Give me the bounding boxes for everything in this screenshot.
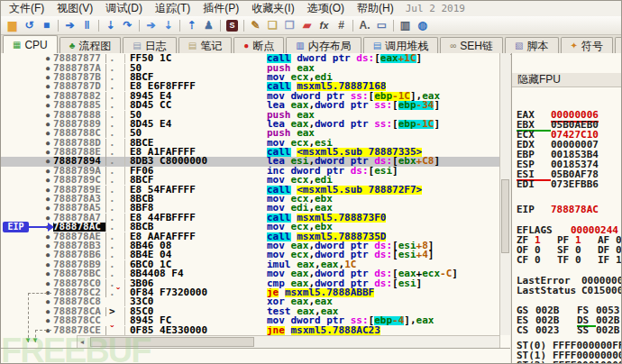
breakpoint-dot[interactable]: ● [42, 148, 53, 157]
instr-token [285, 223, 291, 232]
menu-item-trace[interactable]: 追踪(T) [149, 0, 197, 17]
instr-token: ds: [374, 157, 392, 166]
horizontal-scrollbar[interactable]: ◂ [77, 335, 500, 349]
call-stack-icon: ▤ [373, 41, 381, 50]
breakpoint-dot[interactable]: ● [42, 139, 53, 148]
instruction: mov ecx,ebx [267, 223, 500, 232]
menu-item-options[interactable]: 选项(O) [301, 0, 351, 17]
register-row-eip[interactable]: EIP788878AC [512, 205, 621, 214]
breakpoint-dot[interactable]: ● [42, 82, 53, 91]
st-register-row[interactable]: ST(2)FFFF0001000000 [512, 360, 621, 363]
instr-token [279, 288, 285, 297]
breakpoint-dot[interactable]: ● [42, 195, 53, 204]
pause-icon[interactable]: ‖ [78, 18, 96, 33]
execute-till-return-icon[interactable]: ⇡ [183, 18, 200, 33]
az-text-icon[interactable]: A. [356, 18, 373, 33]
tab-source[interactable]: ◇源代码 [615, 37, 621, 54]
tab-cpu[interactable]: ▦CPU [3, 35, 58, 55]
segment-row[interactable]: CS0023SS002B [512, 325, 621, 335]
stop-icon[interactable]: ■ [38, 18, 55, 33]
tab-graph[interactable]: ♣流程图 [59, 37, 122, 54]
flags-row[interactable]: CF0TF0IF1 [512, 255, 621, 265]
tab-symbols[interactable]: ✦符号 [561, 37, 613, 54]
register-row-edi[interactable]: EDI073EFBB6 [512, 179, 621, 189]
instruction: call msxml5.78887168 [267, 82, 500, 91]
patch-icon[interactable]: ✎ [247, 18, 264, 33]
last-status-row[interactable]: LastStatusC0150008 [512, 286, 621, 296]
toolbar: ▆↺■➔‖⇣↷➔⇣⇡♟S✎❏❒▰fx#A.▭▥◍ [1, 16, 621, 35]
breakpoint-dot[interactable]: ● [42, 120, 53, 129]
hash-icon[interactable]: # [333, 18, 350, 33]
breakpoint-dot[interactable]: ● [42, 316, 53, 325]
instr-token: eax [321, 260, 339, 269]
horizontal-scrollbar-thumb[interactable] [90, 337, 254, 347]
breakpoint-dot[interactable]: ● [42, 186, 53, 195]
hide-fpu-button[interactable]: 隐藏FPU [512, 73, 621, 87]
tab-log[interactable]: ▤日志 [123, 37, 176, 54]
breakpoint-dot[interactable]: ● [42, 232, 53, 241]
breakpoint-dot[interactable]: ● [42, 269, 53, 278]
breakpoint-dot[interactable]: ● [42, 64, 53, 73]
breakpoint-dot[interactable]: ● [42, 260, 53, 269]
internet-icon[interactable]: ◍ [414, 18, 431, 33]
menu-item-view[interactable]: 视图(V) [50, 0, 99, 17]
clear-icon[interactable]: ▰ [298, 18, 316, 33]
jump-line [28, 293, 29, 342]
breakpoint-dot[interactable]: ● [42, 279, 53, 288]
vertical-scrollbar[interactable] [499, 53, 510, 335]
breakpoint-dot[interactable]: ● [42, 92, 53, 101]
breakpoint-dot[interactable]: ● [42, 204, 53, 213]
tab-label: 符号 [581, 39, 603, 54]
modules-icon[interactable]: ▥ [397, 18, 414, 33]
breakpoint-dot[interactable]: ● [42, 157, 53, 166]
breakpoint-dot[interactable]: ● [42, 167, 53, 176]
breakpoint-dot[interactable]: ● [42, 307, 53, 316]
s-badge-icon[interactable]: S [224, 18, 241, 33]
comments-icon[interactable]: ❏ [264, 18, 281, 33]
tab-notes[interactable]: ▤笔记 [178, 37, 232, 54]
jump-line [35, 330, 51, 331]
breakpoint-dot[interactable]: ● [42, 129, 53, 138]
disassembly-panel[interactable]: ●78887877.FF50 1Ccall dword ptr ds:[eax+… [1, 53, 510, 363]
open-file-icon[interactable]: ▆ [4, 18, 21, 33]
menu-item-plugins[interactable]: 插件(P) [197, 0, 245, 17]
breakpoint-dot[interactable]: ● [42, 54, 53, 63]
breakpoint-dot[interactable]: ● [42, 250, 53, 259]
menu-item-file[interactable]: 文件(F) [3, 0, 50, 17]
run-to-user-code-icon[interactable]: ♟ [200, 18, 217, 33]
breakpoint-dot[interactable]: ● [42, 176, 53, 185]
breakpoint-dot[interactable]: ● [42, 214, 53, 223]
tab-memory-map[interactable]: ▥内存布局 [286, 37, 361, 54]
breakpoint-dot[interactable]: ● [42, 297, 53, 306]
register-value: 073EFBB6 [551, 178, 599, 190]
run-icon[interactable]: ➔ [61, 18, 78, 33]
step-into-icon[interactable]: ⇣ [102, 18, 119, 33]
memory-icon[interactable]: ▭ [373, 18, 390, 33]
menu-item-debug[interactable]: 调试(D) [99, 0, 149, 17]
restart-icon[interactable]: ↺ [21, 18, 38, 33]
breakpoint-dot[interactable]: ● [42, 241, 53, 250]
fx-icon[interactable]: fx [316, 18, 333, 33]
eip-arrow-head [48, 223, 54, 232]
run-to-cursor-icon[interactable]: ➔ [142, 18, 160, 33]
tab-call-stack[interactable]: ▤调用堆栈 [363, 37, 438, 54]
cpu-icon: ▦ [13, 41, 21, 50]
instr-token: ds: [374, 269, 392, 278]
step-out-icon[interactable]: ⇣ [160, 18, 177, 33]
tab-seh[interactable]: ∞SEH链 [440, 37, 503, 54]
breakpoint-dot[interactable]: ● [42, 73, 53, 82]
disasm-row[interactable]: ●788878CEˇ0F85 4E330000jne msxml5.7888AC… [1, 325, 500, 334]
menu-item-favourites[interactable]: 收藏夹(I) [245, 0, 300, 17]
step-over-icon[interactable]: ↷ [119, 18, 136, 33]
tab-script[interactable]: ▧脚本 [505, 37, 558, 54]
breakpoint-dot[interactable]: ● [42, 111, 53, 120]
breakpoint-dot[interactable]: ● [42, 101, 53, 110]
registers-panel[interactable]: 隐藏FPU EAX00000006EBX05B0AEB0ECX07427C10E… [511, 53, 621, 363]
scroll-left-icon[interactable]: ◂ [78, 338, 87, 346]
menu-item-help[interactable]: 帮助(H) [351, 0, 400, 17]
attach-icon[interactable]: ❒ [281, 18, 298, 33]
instruction: mov ecx,esi [267, 139, 500, 148]
tab-breakpoints[interactable]: ●断点 [233, 37, 284, 54]
instruction: mov eax,dword ptr ds:[eax+ecx-C] [267, 269, 500, 278]
vertical-scrollbar-thumb[interactable] [501, 179, 509, 253]
